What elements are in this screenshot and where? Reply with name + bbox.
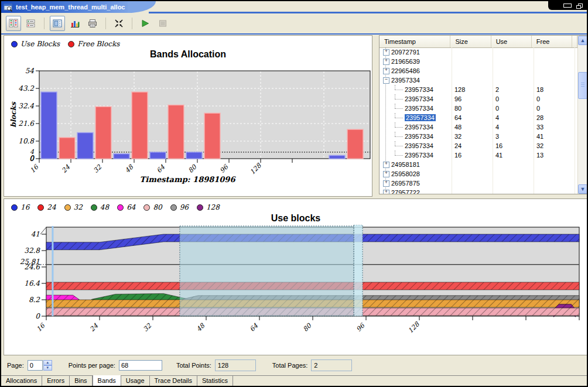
column-grid-line xyxy=(452,85,452,94)
scroll-thumb[interactable] xyxy=(578,72,587,99)
size-cell: 48 xyxy=(454,122,461,132)
allocation-list-icon xyxy=(26,19,36,28)
total-pages-label: Total Pages: xyxy=(272,362,308,369)
legend-label: Use Blocks xyxy=(20,40,60,48)
column-grid-line xyxy=(452,113,452,122)
svg-text:8.2: 8.2 xyxy=(29,296,40,304)
column-header-size[interactable]: Size xyxy=(450,36,491,47)
column-grid-line xyxy=(493,85,493,94)
cell-text: 23957334 xyxy=(405,95,433,102)
column-grid-line xyxy=(534,76,534,85)
allocation-grid-button[interactable] xyxy=(6,16,21,31)
timestamp-cell: 23957334 xyxy=(395,132,433,141)
table-row[interactable]: +24958181 xyxy=(380,160,577,169)
view-tab[interactable]: test_heap_mem_thread_multi_alloc ✕ xyxy=(1,1,132,13)
scroll-up-button[interactable]: ▲ xyxy=(578,36,587,45)
svg-text:96: 96 xyxy=(218,163,230,174)
spinner-up-icon[interactable]: ▲ xyxy=(43,360,52,365)
column-grid-line xyxy=(575,122,575,132)
bar-chart-button[interactable] xyxy=(67,16,83,31)
selected-cell-text: 23957334 xyxy=(405,114,436,121)
table-row[interactable]: 239573348000 xyxy=(380,104,577,113)
table-row[interactable]: +25958028 xyxy=(380,169,577,179)
tree-leader xyxy=(395,118,403,118)
minimize-icon[interactable] xyxy=(563,4,572,8)
tab-trace-details[interactable]: Trace Details xyxy=(150,376,197,387)
tab-allocations[interactable]: Allocations xyxy=(1,376,42,387)
table-row[interactable]: 239573349600 xyxy=(380,94,577,104)
spinner-down-icon[interactable]: ▼ xyxy=(43,365,52,371)
table-row[interactable]: 2395733448433 xyxy=(380,122,577,132)
free-cell: 0 xyxy=(536,94,540,104)
tab-statistics[interactable]: Statistics xyxy=(197,376,233,387)
legend-item: 32 xyxy=(64,203,83,211)
table-row[interactable]: +27957722 xyxy=(380,188,577,194)
timestamp-cell: 24958181 xyxy=(391,160,420,169)
column-header-use[interactable]: Use xyxy=(491,36,532,47)
legend-label: 80 xyxy=(153,203,162,211)
legend-item: Use Blocks xyxy=(11,40,60,48)
points-per-page-input[interactable] xyxy=(119,360,162,371)
layout-view-button[interactable] xyxy=(50,16,65,31)
table-row[interactable]: +22965486 xyxy=(380,66,577,76)
expand-node-icon[interactable]: + xyxy=(383,180,389,187)
table-row[interactable]: 2395733432341 xyxy=(380,132,577,141)
expand-node-icon[interactable]: + xyxy=(383,162,389,168)
table-row[interactable]: 2395733464428 xyxy=(380,113,577,122)
run-button[interactable] xyxy=(138,16,153,31)
toolbar-underline xyxy=(1,33,587,35)
column-grid-line xyxy=(452,188,452,194)
print-icon xyxy=(88,19,97,28)
restore-icon[interactable] xyxy=(576,4,582,8)
table-row[interactable]: 23957334241632 xyxy=(380,141,577,150)
collapse-button[interactable] xyxy=(111,16,127,31)
table-row[interactable]: 23957334164113 xyxy=(380,150,577,160)
total-points-label: Total Points: xyxy=(176,362,211,369)
free-cell: 13 xyxy=(536,150,543,160)
legend-item: 96 xyxy=(170,203,189,211)
tab-bands[interactable]: Bands xyxy=(93,375,121,387)
bands-allocation-chart[interactable]: 010.821.632.443.25440blocks1624324864809… xyxy=(4,66,371,175)
svg-text:80: 80 xyxy=(187,163,199,174)
legend-item: Free Blocks xyxy=(68,40,119,48)
free-cell: 41 xyxy=(536,132,543,141)
table-row[interactable]: +21965639 xyxy=(380,57,577,66)
use-blocks-chart[interactable]: 08.216.424.632.84125.8116243248648096128 xyxy=(4,225,586,349)
expand-node-icon[interactable]: + xyxy=(383,68,389,74)
expand-node-icon[interactable]: + xyxy=(383,171,389,177)
toolbar-separator xyxy=(132,18,132,29)
print-button[interactable] xyxy=(85,16,100,31)
legend-dot xyxy=(197,204,203,211)
view-toolbar xyxy=(1,13,587,33)
table-row[interactable]: −23957334 xyxy=(380,76,577,85)
column-grid-line xyxy=(493,57,493,66)
use-cell: 41 xyxy=(495,150,502,160)
expand-node-icon[interactable]: + xyxy=(383,59,389,65)
bar-chart-icon xyxy=(70,19,80,28)
expand-node-icon[interactable]: + xyxy=(383,190,389,194)
column-grid-line xyxy=(452,169,452,179)
table-scrollbar[interactable]: ▲ ▼ xyxy=(577,36,587,194)
column-header-free[interactable]: Free xyxy=(532,36,572,47)
collapse-node-icon[interactable]: − xyxy=(383,77,389,84)
stop-button[interactable] xyxy=(155,16,170,31)
bar-chart-x-caption: Timestamp: 18981096 xyxy=(4,175,371,184)
table-row[interactable]: +20972791 xyxy=(380,47,577,57)
column-grid-line xyxy=(575,132,575,141)
column-grid-line xyxy=(575,150,575,160)
svg-text:48: 48 xyxy=(195,321,207,333)
allocation-list-button[interactable] xyxy=(23,16,39,31)
tab-usage[interactable]: Usage xyxy=(121,376,150,387)
column-header-timestamp[interactable]: Timestamp xyxy=(380,36,450,47)
legend-dot xyxy=(37,204,44,211)
tab-bins[interactable]: Bins xyxy=(70,376,92,387)
expand-node-icon[interactable]: + xyxy=(383,49,389,56)
table-row[interactable]: +26957875 xyxy=(380,179,577,188)
table-row[interactable]: 23957334128218 xyxy=(380,85,577,94)
tab-errors[interactable]: Errors xyxy=(42,376,70,387)
use-cell: 0 xyxy=(495,104,499,113)
tree-leader xyxy=(395,136,403,137)
scroll-down-button[interactable]: ▼ xyxy=(578,184,587,194)
legend-dot xyxy=(11,41,18,47)
page-input[interactable] xyxy=(28,360,43,371)
